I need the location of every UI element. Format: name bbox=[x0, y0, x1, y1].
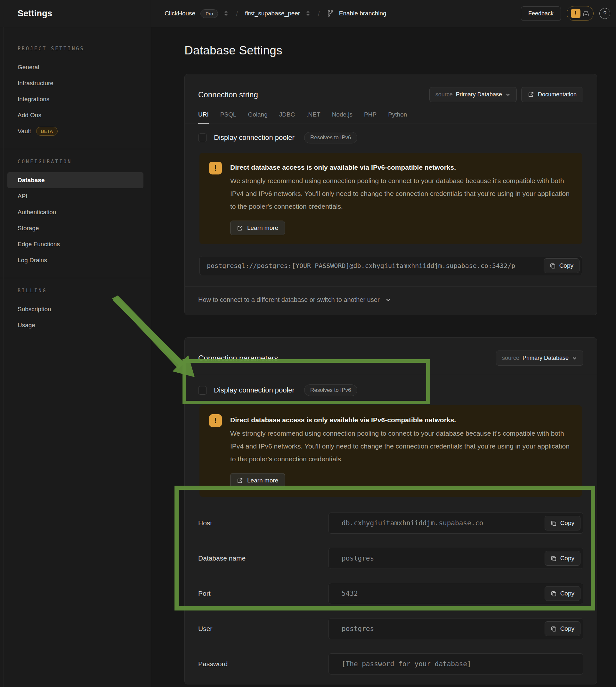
copy-icon bbox=[551, 520, 557, 526]
sidebar-item-authentication[interactable]: Authentication bbox=[7, 204, 144, 220]
card-title: Connection parameters bbox=[198, 354, 278, 363]
copy-icon bbox=[551, 591, 557, 597]
tab-jdbc[interactable]: JDBC bbox=[279, 111, 295, 124]
connect-help-expander[interactable]: How to connect to a different database o… bbox=[185, 286, 597, 315]
copy-label: Copy bbox=[560, 625, 574, 632]
field-label: Database name bbox=[198, 554, 329, 562]
source-value: Primary Database bbox=[456, 91, 502, 98]
field-value: 5432 bbox=[342, 590, 358, 597]
port-field-row: Port 5432 Copy bbox=[198, 583, 584, 604]
copy-port-button[interactable]: Copy bbox=[545, 586, 580, 601]
connection-string-tabs: URI PSQL Golang JDBC .NET Node.js PHP Py… bbox=[185, 102, 597, 124]
copy-host-button[interactable]: Copy bbox=[545, 516, 580, 530]
sidebar-section-billing: BILLING Subscription Usage bbox=[0, 288, 151, 333]
copy-uri-button[interactable]: Copy bbox=[544, 258, 579, 273]
source-select[interactable]: source Primary Database bbox=[496, 351, 584, 365]
sidebar-item-edge-functions[interactable]: Edge Functions bbox=[7, 236, 144, 252]
ipv6-warning-notice: ! Direct database access is only availab… bbox=[199, 405, 582, 497]
sidebar-item-label: Storage bbox=[18, 225, 39, 232]
field-label: User bbox=[198, 625, 329, 633]
connection-parameter-fields: Host db.cxhygiuitamxhniiddjm.supabase.co… bbox=[185, 512, 597, 674]
learn-more-button[interactable]: Learn more bbox=[230, 473, 285, 488]
copy-icon bbox=[551, 555, 557, 561]
sidebar-item-general[interactable]: General bbox=[7, 59, 144, 75]
sidebar-item-label: General bbox=[18, 64, 39, 71]
inbox-icon bbox=[582, 10, 589, 17]
tab-golang[interactable]: Golang bbox=[248, 111, 267, 124]
feedback-button[interactable]: Feedback bbox=[521, 6, 561, 21]
org-name[interactable]: ClickHouse bbox=[164, 10, 195, 17]
port-input[interactable]: 5432 Copy bbox=[329, 583, 584, 604]
org-switcher-icon[interactable] bbox=[223, 10, 229, 16]
help-button[interactable]: ? bbox=[599, 8, 610, 19]
sidebar-item-integrations[interactable]: Integrations bbox=[7, 91, 144, 107]
tab-nodejs[interactable]: Node.js bbox=[332, 111, 352, 124]
settings-sidebar: PROJECT SETTINGS General Infrastructure … bbox=[0, 27, 151, 687]
learn-more-label: Learn more bbox=[247, 224, 278, 231]
tab-python[interactable]: Python bbox=[388, 111, 407, 124]
resolves-to-ipv6-badge: Resolves to IPv6 bbox=[304, 384, 357, 396]
notice-title: Direct database access is only available… bbox=[230, 163, 571, 171]
breadcrumb-divider: / bbox=[236, 10, 238, 17]
alert-badge-icon: ! bbox=[571, 9, 580, 18]
tab-uri[interactable]: URI bbox=[198, 111, 209, 124]
settings-page: Settings ClickHouse Pro / first_supabase… bbox=[0, 0, 616, 687]
notifications-button[interactable]: ! bbox=[567, 6, 594, 21]
user-field-row: User postgres Copy bbox=[198, 618, 584, 639]
sidebar-item-subscription[interactable]: Subscription bbox=[7, 301, 144, 317]
tab-psql[interactable]: PSQL bbox=[220, 111, 237, 124]
display-connection-pooler-checkbox[interactable] bbox=[198, 386, 207, 395]
database-name-field-row: Database name postgres Copy bbox=[198, 548, 584, 569]
sidebar-item-api[interactable]: API bbox=[7, 188, 144, 204]
plan-badge: Pro bbox=[200, 9, 218, 18]
sidebar-item-add-ons[interactable]: Add Ons bbox=[7, 107, 144, 123]
host-field-row: Host db.cxhygiuitamxhniiddjm.supabase.co… bbox=[198, 512, 584, 534]
source-value: Primary Database bbox=[523, 355, 569, 361]
user-input[interactable]: postgres Copy bbox=[329, 618, 584, 639]
warning-icon: ! bbox=[209, 162, 222, 175]
copy-database-name-button[interactable]: Copy bbox=[545, 551, 580, 566]
project-name[interactable]: first_supabase_peer bbox=[245, 10, 300, 17]
tab-php[interactable]: PHP bbox=[364, 111, 376, 124]
learn-more-label: Learn more bbox=[247, 477, 278, 484]
pooler-toggle-row: Display connection pooler Resolves to IP… bbox=[185, 374, 597, 404]
connection-parameters-card: Connection parameters source Primary Dat… bbox=[184, 337, 597, 684]
project-switcher-icon[interactable] bbox=[305, 10, 311, 16]
host-input[interactable]: db.cxhygiuitamxhniiddjm.supabase.co Copy bbox=[329, 512, 584, 534]
breadcrumb-divider: / bbox=[318, 10, 320, 17]
copy-user-button[interactable]: Copy bbox=[545, 621, 580, 636]
field-placeholder: [The password for your database] bbox=[342, 660, 471, 668]
connection-uri-field[interactable]: postgresql://postgres:[YOUR-PASSWORD]@db… bbox=[199, 256, 582, 275]
section-title: PROJECT SETTINGS bbox=[7, 46, 144, 51]
documentation-button[interactable]: Documentation bbox=[521, 87, 584, 102]
sidebar-item-log-drains[interactable]: Log Drains bbox=[7, 252, 144, 268]
sidebar-item-database[interactable]: Database bbox=[7, 172, 144, 188]
sidebar-item-vault[interactable]: Vault BETA bbox=[7, 123, 144, 139]
field-label: Password bbox=[198, 660, 329, 668]
header-actions: Feedback ! ? bbox=[521, 6, 616, 21]
top-header: Settings ClickHouse Pro / first_supabase… bbox=[0, 0, 616, 27]
sidebar-item-storage[interactable]: Storage bbox=[7, 220, 144, 236]
git-branch-icon bbox=[327, 10, 334, 17]
password-input[interactable]: [The password for your database] bbox=[329, 653, 584, 674]
notice-body: We strongly recommend using connection p… bbox=[230, 427, 571, 465]
sidebar-item-usage[interactable]: Usage bbox=[7, 317, 144, 333]
sidebar-item-infrastructure[interactable]: Infrastructure bbox=[7, 75, 144, 91]
display-connection-pooler-checkbox[interactable] bbox=[198, 133, 207, 142]
beta-badge: BETA bbox=[36, 127, 58, 136]
tab-dotnet[interactable]: .NET bbox=[306, 111, 320, 124]
sidebar-item-label: API bbox=[18, 193, 27, 200]
learn-more-button[interactable]: Learn more bbox=[230, 221, 285, 235]
source-select[interactable]: source Primary Database bbox=[430, 87, 517, 102]
enable-branching-button[interactable]: Enable branching bbox=[339, 10, 387, 17]
sidebar-item-label: Vault bbox=[18, 128, 31, 135]
notice-title: Direct database access is only available… bbox=[230, 416, 571, 424]
warning-icon: ! bbox=[209, 414, 222, 427]
copy-label: Copy bbox=[560, 555, 574, 562]
chevron-down-icon bbox=[572, 355, 577, 361]
connection-parameters-header: Connection parameters source Primary Dat… bbox=[185, 338, 597, 374]
source-label: source bbox=[435, 91, 453, 98]
database-name-input[interactable]: postgres Copy bbox=[329, 548, 584, 569]
external-link-icon bbox=[237, 225, 243, 231]
sidebar-item-label: Subscription bbox=[18, 306, 51, 313]
